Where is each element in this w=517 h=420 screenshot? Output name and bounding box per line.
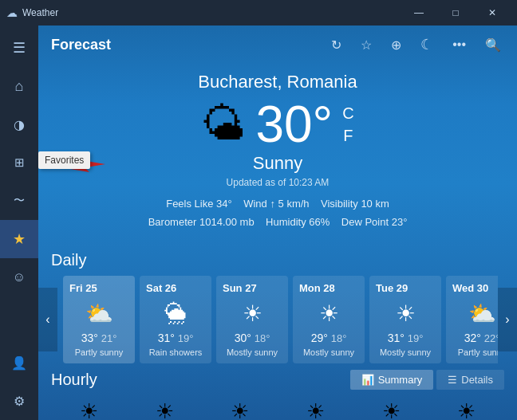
hourly-section: Hourly 📊Summary☰Details ☀ 21° ☀ 22° ☀ 23… (38, 363, 517, 420)
day-name: Wed 30 (452, 282, 498, 294)
sidebar-item-settings[interactable]: ⚙ (0, 382, 38, 420)
day-card-4[interactable]: Tue 29 ☀ 31° 19° Mostly sunny (369, 276, 441, 363)
day-condition: Mostly sunny (376, 347, 435, 357)
hourly-header: Hourly 📊Summary☰Details (51, 370, 504, 390)
humidity-label: Humidity (266, 216, 306, 228)
day-icon: 🌦 (146, 300, 205, 327)
day-condition: Partly sunny (452, 347, 498, 357)
visibility-value: 10 km (361, 198, 389, 210)
day-icon: ⛅ (69, 300, 128, 327)
hourly-tab-label: Details (461, 374, 493, 386)
day-temps: 33° 21° (69, 332, 128, 344)
sidebar-item-maps[interactable]: ⊞ (0, 143, 38, 182)
sidebar-item-mode[interactable]: ◑ (0, 105, 38, 143)
main-content: Forecast ↻ ☆ ⊕ ☾ ••• 🔍 Bucharest, Romani… (38, 26, 517, 420)
app-window: ☁ Weather — □ ✕ ☰ ⌂ ◑ ⊞ 〜 ★ ☺ 👤 ⚙ Favori… (0, 0, 517, 420)
weather-details: Feels Like 34° Wind ↑ 5 km/h Visibility … (54, 194, 501, 232)
day-card-3[interactable]: Mon 28 ☀ 29° 18° Mostly sunny (293, 276, 365, 363)
day-name: Sun 27 (223, 282, 282, 294)
sidebar-item-news[interactable]: 〜 (0, 182, 38, 220)
day-card-1[interactable]: Sat 26 🌦 31° 19° Rain showers (140, 276, 211, 363)
favorite-button[interactable]: ☆ (357, 34, 375, 56)
topbar: Forecast ↻ ☆ ⊕ ☾ ••• 🔍 (38, 26, 517, 64)
day-temps: 32° 22° (452, 332, 498, 344)
weather-icon: 🌤 (201, 102, 246, 147)
day-condition: Mostly sunny (223, 347, 282, 357)
update-time: Updated as of 10:23 AM (54, 177, 501, 188)
hourly-item-1: ☀ 22° (127, 399, 203, 420)
pin-button[interactable]: ⊕ (388, 34, 405, 56)
window-controls: — □ ✕ (401, 0, 511, 26)
hourly-item-3: ☀ 23° (278, 399, 353, 420)
hourly-tab-details[interactable]: ☰Details (436, 370, 504, 390)
day-card-5[interactable]: Wed 30 ⛅ 32° 22° Partly sunny (446, 276, 498, 363)
condition: Sunny (54, 153, 501, 174)
day-name: Sat 26 (146, 282, 205, 294)
temp-row: 🌤 30° C F (54, 99, 501, 150)
temp-unit: C F (342, 102, 353, 147)
more-button[interactable]: ••• (449, 34, 469, 55)
sidebar-item-favorites[interactable]: ★ (0, 220, 38, 258)
day-icon: ⛅ (452, 300, 498, 327)
scroll-left-button[interactable]: ‹ (38, 288, 57, 351)
refresh-button[interactable]: ↻ (328, 34, 345, 56)
humidity-value: 66% (309, 216, 330, 228)
visibility-label: Visibility (321, 198, 358, 210)
hourly-icon: ☀ (278, 399, 353, 420)
day-card-2[interactable]: Sun 27 ☀ 30° 18° Mostly sunny (216, 276, 288, 363)
topbar-actions: ↻ ☆ ⊕ ☾ ••• 🔍 (328, 33, 504, 57)
day-icon: ☀ (376, 300, 435, 327)
hourly-tab-icon: ☰ (448, 374, 457, 386)
maximize-button[interactable]: □ (437, 0, 474, 26)
day-name: Fri 25 (69, 282, 128, 294)
daily-grid: Fri 25 ⛅ 33° 21° Partly sunny Sat 26 🌦 3… (57, 276, 498, 363)
hourly-item-0: ☀ 21° (51, 399, 127, 420)
app-icon: ☁ (6, 6, 18, 19)
dew-point-value: 23° (392, 216, 408, 228)
main-layout: ☰ ⌂ ◑ ⊞ 〜 ★ ☺ 👤 ⚙ Favorites Forecas (0, 26, 517, 420)
day-temps: 29° 18° (299, 332, 358, 344)
hourly-icon: ☀ (127, 399, 203, 420)
hourly-tab-summary[interactable]: 📊Summary (350, 370, 434, 390)
minimize-button[interactable]: — (401, 0, 437, 26)
barometer-label: Barometer (148, 216, 197, 228)
city-name: Bucharest, Romania (54, 72, 501, 92)
favorites-tooltip: Favorites (38, 151, 90, 169)
feels-like-label: Feels Like (166, 198, 213, 210)
scroll-right-button[interactable]: › (498, 288, 517, 351)
wind-label: Wind (243, 198, 267, 210)
sidebar-item-home[interactable]: ⌂ (0, 67, 38, 105)
app-title: Weather (22, 7, 401, 18)
hourly-tab-icon: 📊 (361, 374, 374, 386)
feels-like-value: 34° (216, 198, 232, 210)
hourly-tab-label: Summary (378, 374, 423, 386)
barometer-value: 1014.00 mb (199, 216, 255, 228)
hourly-items: ☀ 21° ☀ 22° ☀ 23° ☀ 23° ☀ 23° ☀ 23° (51, 396, 504, 420)
sidebar: ☰ ⌂ ◑ ⊞ 〜 ★ ☺ 👤 ⚙ (0, 26, 38, 420)
hourly-item-2: ☀ 23° (202, 399, 278, 420)
hourly-icon: ☀ (353, 399, 429, 420)
hero-section: Bucharest, Romania 🌤 30° C F Sunny Updat… (38, 64, 517, 245)
day-temps: 30° 18° (223, 332, 282, 344)
day-condition: Rain showers (146, 347, 205, 357)
dark-mode-button[interactable]: ☾ (417, 33, 436, 57)
hourly-tabs: 📊Summary☰Details (350, 370, 504, 390)
wind-value: ↑ 5 km/h (270, 198, 309, 210)
dew-point-label: Dew Point (341, 216, 389, 228)
search-button[interactable]: 🔍 (482, 34, 504, 56)
day-name: Mon 28 (299, 282, 358, 294)
hourly-item-4: ☀ 23° (353, 399, 429, 420)
close-button[interactable]: ✕ (474, 0, 511, 26)
day-card-0[interactable]: Fri 25 ⛅ 33° 21° Partly sunny (63, 276, 135, 363)
hourly-item-5: ☀ 23° (428, 399, 504, 420)
sidebar-item-account[interactable]: 👤 (0, 343, 38, 382)
titlebar: ☁ Weather — □ ✕ (0, 0, 517, 26)
day-condition: Partly sunny (69, 347, 128, 357)
sidebar-item-menu[interactable]: ☰ (0, 29, 38, 67)
daily-scroll: ‹ Fri 25 ⛅ 33° 21° Partly sunny Sat 26 🌦… (38, 276, 517, 363)
day-condition: Mostly sunny (299, 347, 358, 357)
hourly-label: Hourly (51, 371, 350, 389)
sidebar-item-emoji[interactable]: ☺ (0, 258, 38, 296)
day-temps: 31° 19° (376, 332, 435, 344)
temperature: 30° (255, 99, 333, 150)
